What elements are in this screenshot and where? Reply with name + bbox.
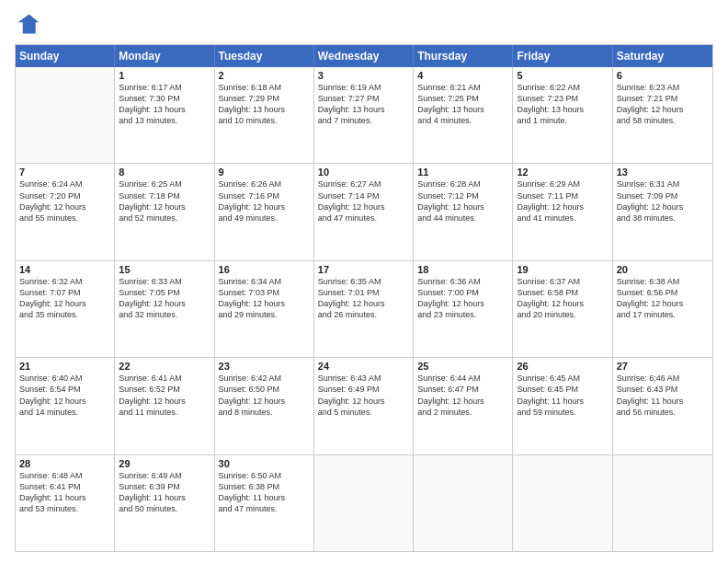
cell-info-line: Daylight: 12 hours (517, 298, 608, 309)
page: SundayMondayTuesdayWednesdayThursdayFrid… (0, 0, 728, 563)
cell-info-line: and 38 minutes. (617, 213, 709, 224)
cell-info-line: Daylight: 12 hours (318, 396, 409, 407)
cell-info-line: and 32 minutes. (119, 309, 210, 320)
day-number: 15 (119, 264, 210, 275)
cell-info-line: Sunset: 6:38 PM (219, 481, 310, 492)
calendar-header: SundayMondayTuesdayWednesdayThursdayFrid… (16, 45, 712, 67)
cell-info-line: Sunset: 7:29 PM (219, 93, 310, 104)
cell-info-line: Daylight: 12 hours (219, 201, 310, 213)
cell-info-line: Sunset: 7:05 PM (119, 287, 210, 298)
calendar-cell (314, 455, 414, 551)
cell-info-line: Sunrise: 6:42 AM (219, 373, 310, 384)
cell-info-line: Sunset: 6:50 PM (219, 384, 310, 395)
calendar-cell: 14Sunrise: 6:32 AMSunset: 7:07 PMDayligh… (16, 261, 115, 357)
cell-info-line: and 13 minutes. (119, 115, 210, 126)
cell-info-line: and 53 minutes. (19, 503, 110, 514)
calendar-week: 14Sunrise: 6:32 AMSunset: 7:07 PMDayligh… (16, 261, 712, 358)
cell-info-line: and 14 minutes. (19, 407, 110, 418)
cell-info-line: Daylight: 12 hours (318, 201, 409, 213)
cell-info-line: and 8 minutes. (219, 407, 310, 418)
day-number: 5 (517, 70, 608, 81)
day-number: 16 (219, 264, 310, 275)
day-number: 13 (617, 167, 709, 178)
cell-info-line: Daylight: 12 hours (417, 298, 508, 309)
cell-info-line: Sunset: 6:47 PM (417, 384, 508, 395)
cell-info-line: Sunset: 6:49 PM (318, 384, 409, 395)
weekday-header: Saturday (613, 45, 712, 67)
cell-info-line: Sunrise: 6:46 AM (617, 373, 709, 384)
cell-info-line: Sunrise: 6:35 AM (318, 276, 409, 287)
cell-info-line: Sunrise: 6:43 AM (318, 373, 409, 384)
cell-info-line: Sunrise: 6:19 AM (318, 82, 409, 93)
day-number: 18 (417, 264, 508, 275)
cell-info-line: Sunrise: 6:49 AM (119, 470, 210, 481)
calendar-cell: 2Sunrise: 6:18 AMSunset: 7:29 PMDaylight… (215, 67, 314, 163)
cell-info-line: Sunset: 6:41 PM (19, 481, 110, 492)
cell-info-line: and 50 minutes. (119, 503, 210, 514)
cell-info-line: Daylight: 13 hours (318, 104, 409, 115)
cell-info-line: Sunset: 6:54 PM (19, 384, 110, 395)
cell-info-line: and 17 minutes. (617, 309, 709, 320)
day-number: 27 (617, 361, 709, 372)
day-number: 3 (318, 70, 409, 81)
day-number: 22 (119, 361, 210, 372)
cell-info-line: Sunrise: 6:27 AM (318, 178, 409, 190)
day-number: 7 (19, 167, 110, 178)
day-number: 6 (617, 70, 709, 81)
cell-info-line: and 10 minutes. (219, 115, 310, 126)
cell-info-line: and 1 minute. (517, 115, 608, 126)
cell-info-line: Sunrise: 6:18 AM (219, 82, 310, 93)
calendar-cell: 4Sunrise: 6:21 AMSunset: 7:25 PMDaylight… (414, 67, 513, 163)
cell-info-line: Daylight: 13 hours (517, 104, 608, 115)
cell-info-line: Daylight: 12 hours (417, 396, 508, 407)
logo-icon (15, 11, 40, 37)
cell-info-line: Sunset: 7:03 PM (219, 287, 310, 298)
cell-info-line: Sunset: 7:07 PM (19, 287, 110, 298)
calendar-cell (16, 67, 115, 163)
cell-info-line: Sunset: 7:27 PM (318, 93, 409, 104)
day-number: 24 (318, 361, 409, 372)
calendar-cell: 30Sunrise: 6:50 AMSunset: 6:38 PMDayligh… (215, 455, 314, 551)
cell-info-line: Sunrise: 6:29 AM (517, 178, 608, 190)
weekday-header: Monday (115, 45, 214, 67)
cell-info-line: and 11 minutes. (119, 407, 210, 418)
cell-info-line: Sunrise: 6:40 AM (19, 373, 110, 384)
cell-info-line: Sunrise: 6:23 AM (617, 82, 709, 93)
cell-info-line: Sunrise: 6:45 AM (517, 373, 608, 384)
calendar-week: 21Sunrise: 6:40 AMSunset: 6:54 PMDayligh… (16, 358, 712, 454)
day-number: 30 (219, 458, 310, 469)
cell-info-line: and 47 minutes. (318, 213, 409, 224)
cell-info-line: Daylight: 11 hours (119, 492, 210, 503)
cell-info-line: Sunrise: 6:38 AM (617, 276, 709, 287)
day-number: 8 (119, 167, 210, 178)
calendar-cell (414, 455, 513, 551)
day-number: 2 (219, 70, 310, 81)
calendar-cell: 18Sunrise: 6:36 AMSunset: 7:00 PMDayligh… (414, 261, 513, 357)
cell-info-line: and 35 minutes. (19, 309, 110, 320)
cell-info-line: Sunset: 7:30 PM (119, 93, 210, 104)
calendar-cell: 19Sunrise: 6:37 AMSunset: 6:58 PMDayligh… (513, 261, 612, 357)
calendar-body: 1Sunrise: 6:17 AMSunset: 7:30 PMDaylight… (16, 67, 712, 551)
cell-info-line: Daylight: 11 hours (219, 492, 310, 503)
day-number: 20 (617, 264, 709, 275)
calendar-cell (513, 455, 612, 551)
day-number: 26 (517, 361, 608, 372)
cell-info-line: and 47 minutes. (219, 503, 310, 514)
calendar-cell: 3Sunrise: 6:19 AMSunset: 7:27 PMDaylight… (314, 67, 414, 163)
calendar-cell: 27Sunrise: 6:46 AMSunset: 6:43 PMDayligh… (613, 358, 712, 454)
cell-info-line: Sunset: 6:45 PM (517, 384, 608, 395)
cell-info-line: Daylight: 12 hours (219, 298, 310, 309)
cell-info-line: Daylight: 12 hours (19, 298, 110, 309)
cell-info-line: Daylight: 12 hours (617, 298, 709, 309)
cell-info-line: Sunset: 7:16 PM (219, 190, 310, 201)
cell-info-line: and 58 minutes. (617, 115, 709, 126)
header (15, 11, 713, 37)
cell-info-line: and 41 minutes. (517, 213, 608, 224)
calendar-week: 1Sunrise: 6:17 AMSunset: 7:30 PMDaylight… (16, 67, 712, 164)
calendar-cell: 17Sunrise: 6:35 AMSunset: 7:01 PMDayligh… (314, 261, 414, 357)
cell-info-line: Daylight: 12 hours (119, 396, 210, 407)
day-number: 29 (119, 458, 210, 469)
weekday-header: Friday (513, 45, 612, 67)
calendar-cell: 9Sunrise: 6:26 AMSunset: 7:16 PMDaylight… (215, 164, 314, 259)
calendar-cell: 5Sunrise: 6:22 AMSunset: 7:23 PMDaylight… (513, 67, 612, 163)
